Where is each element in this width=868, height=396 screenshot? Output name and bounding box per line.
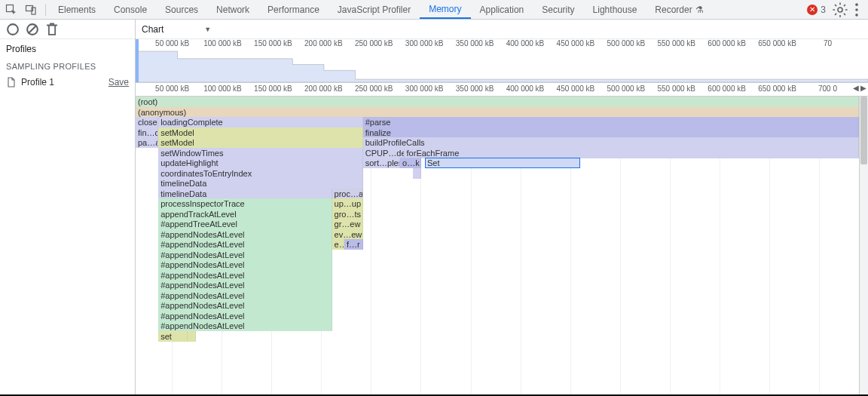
- tick-label: 550 000 kB: [657, 84, 695, 93]
- tick-label: 350 000 kB: [456, 39, 494, 48]
- flame-frame[interactable]: timelineData: [158, 178, 363, 189]
- tab-memory[interactable]: Memory: [420, 0, 470, 19]
- flame-frame[interactable]: #appendTreeAtLevel: [158, 219, 332, 229]
- flame-frame[interactable]: pa…at: [136, 137, 158, 148]
- flame-frame[interactable]: up…up: [332, 198, 363, 209]
- panel-tabs: ElementsConsoleSourcesNetworkPerformance…: [49, 0, 713, 19]
- error-counter[interactable]: ✕ 3: [807, 5, 826, 15]
- flame-frame[interactable]: timelineData: [158, 189, 332, 199]
- more-icon[interactable]: [848, 2, 865, 18]
- flame-frame[interactable]: [413, 168, 421, 179]
- flame-frame[interactable]: #parse: [363, 117, 859, 127]
- tick-label: 200 000 kB: [304, 84, 343, 93]
- profile-item[interactable]: Profile 1 Save: [0, 74, 135, 91]
- view-select-row: Chart ▼: [136, 20, 868, 39]
- record-icon[interactable]: [5, 21, 21, 38]
- tick-label: 300 000 kB: [405, 39, 444, 48]
- flame-frame[interactable]: #appendNodesAtLevel: [158, 259, 332, 270]
- device-toggle-icon[interactable]: [23, 2, 39, 18]
- tick-label: 150 000 kB: [254, 84, 292, 93]
- tick-label: 650 000 kB: [758, 84, 796, 93]
- svg-line-9: [29, 25, 37, 33]
- tick-label: 50 000 kB: [155, 39, 189, 48]
- tab-security[interactable]: Security: [533, 0, 583, 19]
- flame-frame[interactable]: setModel: [158, 127, 363, 138]
- flame-frame[interactable]: #appendNodesAtLevel: [158, 300, 332, 311]
- tick-label: 450 000 kB: [557, 84, 595, 93]
- flame-frame[interactable]: CPUP…del: [363, 148, 405, 158]
- flame-frame[interactable]: ev…ew: [332, 229, 363, 240]
- flame-frame[interactable]: sort…ples: [363, 158, 400, 168]
- flame-frame[interactable]: #appendNodesAtLevel: [158, 250, 332, 260]
- overview-graph: [136, 50, 868, 82]
- flame-frame[interactable]: #appendNodesAtLevel: [158, 239, 332, 250]
- delete-icon[interactable]: [44, 21, 60, 38]
- flame-frame[interactable]: (anonymous): [136, 107, 859, 118]
- flame-frame[interactable]: coordinatesToEntryIndex: [158, 168, 363, 179]
- flame-frame[interactable]: updateHighlight: [158, 158, 363, 168]
- flame-frame[interactable]: #appendNodesAtLevel: [158, 311, 332, 321]
- ruler-scroll-arrows[interactable]: ◀▶: [853, 84, 866, 92]
- flame-frame[interactable]: #appendNodesAtLevel: [158, 290, 332, 301]
- tab-application[interactable]: Application: [471, 0, 533, 19]
- tab-elements[interactable]: Elements: [49, 0, 105, 19]
- tab-javascript-profiler[interactable]: JavaScript Profiler: [329, 0, 420, 19]
- flame-frame[interactable]: forEachFrame: [405, 148, 859, 158]
- inspect-icon[interactable]: [3, 2, 20, 18]
- flame-frame[interactable]: #appendNodesAtLevel: [158, 270, 332, 281]
- flame-frame[interactable]: Set: [425, 158, 580, 168]
- svg-point-6: [855, 14, 858, 17]
- tick-label: 400 000 kB: [506, 84, 545, 93]
- clear-icon[interactable]: [24, 21, 41, 38]
- flame-frame[interactable]: #appendNodesAtLevel: [158, 280, 332, 290]
- flame-frame[interactable]: e…: [332, 239, 344, 250]
- flame-frame[interactable]: appendTrackAtLevel: [158, 209, 332, 219]
- flame-frame[interactable]: setModel: [158, 137, 363, 148]
- flame-frame[interactable]: (root): [136, 97, 859, 107]
- settings-icon[interactable]: [832, 2, 848, 18]
- tick-label: 300 000 kB: [405, 84, 444, 93]
- tab-lighthouse[interactable]: Lighthouse: [584, 0, 646, 19]
- tick-label: 450 000 kB: [557, 39, 595, 48]
- flame-chart[interactable]: (root)(anonymous)closeloadingComplete#pa…: [136, 97, 859, 394]
- tick-label: 400 000 kB: [506, 39, 545, 48]
- save-link[interactable]: Save: [108, 77, 129, 87]
- flame-frame[interactable]: gro…ts: [332, 209, 363, 219]
- flame-frame[interactable]: o…k: [400, 158, 420, 168]
- flame-frame[interactable]: loadingComplete: [158, 117, 363, 127]
- flame-frame[interactable]: proc…ata: [332, 189, 363, 199]
- flame-frame[interactable]: fin…ce: [136, 127, 158, 138]
- flame-frame[interactable]: [188, 331, 196, 342]
- overview-handle-left[interactable]: [136, 39, 139, 82]
- ruler: 50 000 kB100 000 kB150 000 kB200 000 kB2…: [136, 83, 868, 97]
- sidebar-toolbar: [0, 20, 135, 39]
- tab-sources[interactable]: Sources: [156, 0, 207, 19]
- scrollbar-thumb[interactable]: [860, 97, 867, 164]
- flame-frame[interactable]: #appendNodesAtLevel: [158, 321, 332, 331]
- flame-frame[interactable]: #appendNodesAtLevel: [158, 229, 332, 240]
- flame-frame[interactable]: processInspectorTrace: [158, 198, 332, 209]
- flame-frame[interactable]: f…r: [344, 239, 363, 250]
- overview-strip[interactable]: 50 000 kB100 000 kB150 000 kB200 000 kB2…: [136, 39, 868, 83]
- tab-network[interactable]: Network: [207, 0, 258, 19]
- flame-frame[interactable]: finalize: [363, 127, 859, 138]
- flame-frame[interactable]: buildProfileCalls: [363, 137, 859, 148]
- tick-label: 550 000 kB: [657, 39, 695, 48]
- view-select[interactable]: Chart ▼: [142, 24, 217, 35]
- beta-icon: ⚗: [695, 5, 704, 15]
- flame-frame[interactable]: setWindowTimes: [158, 148, 363, 158]
- tab-recorder[interactable]: Recorder⚗: [646, 0, 712, 19]
- flame-scrollbar[interactable]: [859, 97, 868, 394]
- svg-point-5: [855, 8, 858, 11]
- tick-label: 500 000 kB: [607, 39, 646, 48]
- svg-point-3: [838, 7, 842, 11]
- overview-ticks: 50 000 kB100 000 kB150 000 kB200 000 kB2…: [136, 39, 868, 50]
- tab-console[interactable]: Console: [105, 0, 156, 19]
- flame-frame[interactable]: gr…ew: [332, 219, 363, 229]
- flame-frame[interactable]: close: [136, 117, 158, 127]
- tab-performance[interactable]: Performance: [258, 0, 329, 19]
- flame-frame[interactable]: set: [158, 331, 187, 342]
- profile-name: Profile 1: [21, 77, 54, 87]
- devtools-toolbar: ElementsConsoleSourcesNetworkPerformance…: [0, 0, 868, 20]
- error-icon: ✕: [807, 5, 818, 15]
